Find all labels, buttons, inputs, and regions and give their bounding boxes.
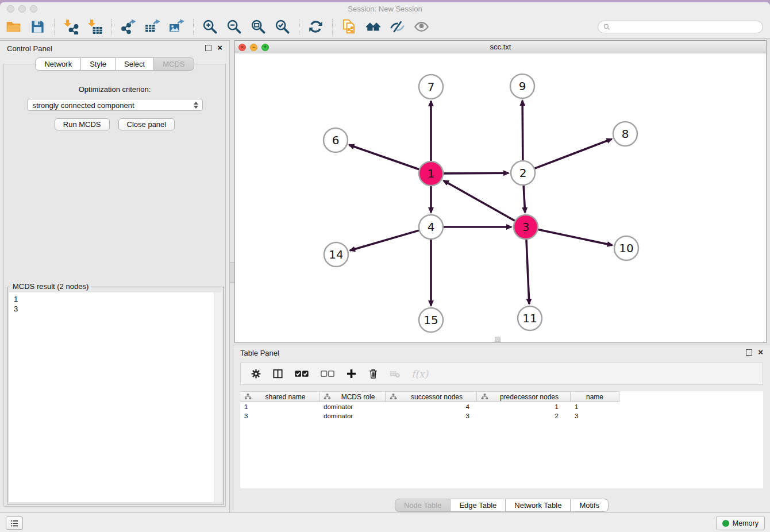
edge-1-2[interactable]	[444, 173, 509, 174]
column-header-name[interactable]: name	[571, 391, 619, 402]
hierarchy-icon	[481, 393, 488, 400]
table-row[interactable]: 3dominator323	[240, 411, 763, 421]
node-label-4: 4	[428, 220, 435, 234]
export-network-icon	[121, 19, 136, 34]
tab-mcds[interactable]: MCDS	[154, 57, 194, 71]
column-label: MCDS role	[331, 393, 385, 401]
table-panel-header: Table Panel ×	[233, 345, 770, 360]
edge-4-14[interactable]	[350, 230, 419, 250]
tab-network[interactable]: Network	[35, 57, 81, 71]
tab-style[interactable]: Style	[81, 57, 116, 71]
table-panel-title: Table Panel	[240, 349, 279, 357]
apply-layout-button[interactable]	[307, 18, 324, 36]
float-panel-icon[interactable]	[205, 45, 211, 51]
table-cell: dominator	[319, 411, 386, 421]
table-header-row: shared nameMCDS rolesuccessor nodesprede…	[240, 391, 763, 402]
table-tab-network-table[interactable]: Network Table	[506, 499, 571, 512]
open-folder-icon	[6, 19, 21, 34]
run-mcds-button[interactable]: Run MCDS	[55, 118, 110, 130]
criterion-select[interactable]: strongly connected component	[27, 99, 203, 111]
table-tab-motifs[interactable]: Motifs	[571, 499, 609, 512]
network-zoom-button[interactable]: +	[261, 44, 269, 51]
hide-selected-button[interactable]	[388, 18, 406, 36]
close-panel-icon[interactable]: ×	[217, 44, 222, 51]
table-tab-edge-table[interactable]: Edge Table	[451, 499, 506, 512]
export-table-button[interactable]	[144, 18, 161, 36]
edge-3-1[interactable]	[444, 180, 515, 221]
close-panel-button[interactable]: Close panel	[118, 118, 175, 130]
column-header-shared-name[interactable]: shared name	[240, 391, 319, 402]
task-history-button[interactable]	[6, 516, 23, 530]
save-session-button[interactable]	[29, 18, 46, 36]
memory-button[interactable]: Memory	[716, 516, 765, 530]
import-table-button[interactable]	[86, 18, 103, 36]
result-scrollbar[interactable]	[214, 292, 222, 502]
edge-2-9[interactable]	[522, 101, 523, 160]
table-cell: 3	[571, 411, 619, 421]
canvas-handle[interactable]	[495, 337, 500, 342]
table-row[interactable]: 1dominator411	[240, 402, 763, 411]
column-header-mcds-role[interactable]: MCDS role	[319, 391, 386, 402]
table-options-button[interactable]	[251, 367, 261, 381]
show-all-button[interactable]	[413, 18, 430, 36]
table-cell: 1	[571, 402, 619, 411]
close-table-panel-icon[interactable]: ×	[758, 349, 763, 356]
table-panel: Table Panel × f(x) shared nameMCDS roles…	[233, 345, 770, 512]
zoom-in-icon	[202, 19, 218, 34]
export-network-button[interactable]	[120, 18, 137, 36]
table-cell: 3	[386, 411, 477, 421]
trash-icon	[368, 368, 379, 379]
column-header-predecessor-nodes[interactable]: predecessor nodes	[477, 391, 571, 402]
first-neighbors-button[interactable]	[364, 18, 382, 36]
select-all-columns-button[interactable]	[294, 367, 309, 381]
float-table-panel-icon[interactable]	[746, 349, 752, 356]
node-label-2: 2	[519, 166, 527, 180]
edge-2-3[interactable]	[523, 186, 525, 213]
search-icon	[603, 23, 611, 31]
zoom-selected-button[interactable]	[274, 18, 291, 36]
edge-3-11[interactable]	[526, 240, 529, 304]
zoom-out-button[interactable]	[225, 18, 242, 36]
control-panel-title: Control Panel	[7, 44, 52, 53]
node-label-15: 15	[424, 313, 438, 327]
memory-label: Memory	[733, 519, 759, 527]
search-box[interactable]	[598, 21, 763, 33]
toolbar-separator	[111, 19, 113, 35]
import-network-button[interactable]	[62, 18, 79, 36]
zoom-fit-button[interactable]	[249, 18, 267, 36]
search-input[interactable]	[614, 22, 758, 32]
network-canvas[interactable]: 7968124314101511	[235, 53, 766, 342]
table-tab-node-table[interactable]: Node Table	[395, 499, 451, 512]
mcds-result-textarea[interactable]: 13	[9, 292, 222, 502]
export-table-icon	[145, 19, 160, 34]
table-cell: 1	[477, 402, 571, 411]
copy-network-button[interactable]	[340, 18, 357, 36]
network-close-button[interactable]: ×	[238, 44, 246, 51]
node-label-10: 10	[619, 241, 633, 255]
delete-column-button[interactable]	[368, 367, 379, 381]
zoom-in-button[interactable]	[201, 18, 218, 36]
export-image-button[interactable]	[168, 18, 185, 36]
mcds-result-lines: 13	[9, 292, 222, 315]
open-session-button[interactable]	[5, 18, 22, 36]
edge-3-10[interactable]	[538, 230, 613, 245]
add-column-button[interactable]	[346, 367, 357, 381]
network-minimize-button[interactable]: −	[250, 44, 257, 51]
toolbar-separator	[299, 19, 300, 35]
plus-icon	[346, 368, 357, 379]
edge-2-8[interactable]	[535, 139, 612, 168]
delete-table-button[interactable]	[390, 367, 401, 381]
edge-1-6[interactable]	[349, 145, 419, 169]
show-columns-button[interactable]	[272, 367, 283, 381]
column-label: predecessor nodes	[488, 393, 570, 401]
function-builder-button[interactable]: f(x)	[411, 367, 428, 381]
save-floppy-icon	[30, 19, 45, 34]
window-titlebar: Session: New Session	[0, 2, 770, 16]
column-header-successor-nodes[interactable]: successor nodes	[386, 391, 477, 402]
deselect-all-columns-button[interactable]	[320, 367, 335, 381]
node-table: shared nameMCDS rolesuccessor nodesprede…	[240, 391, 763, 488]
network-window-titlebar: × − + scc.txt	[235, 41, 766, 54]
tab-select[interactable]: Select	[116, 57, 154, 71]
eye-icon	[414, 19, 429, 34]
main-toolbar	[0, 16, 770, 38]
